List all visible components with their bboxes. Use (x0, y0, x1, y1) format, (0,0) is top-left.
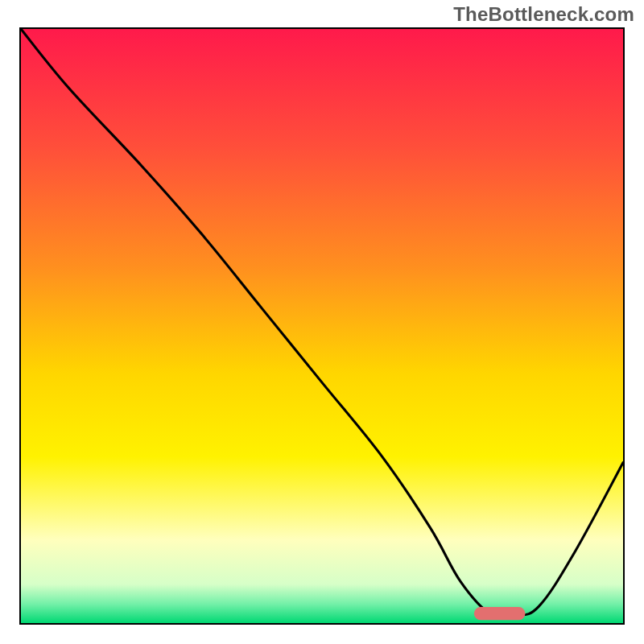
watermark-text: TheBottleneck.com (453, 3, 634, 26)
chart-stage: TheBottleneck.com (0, 0, 644, 644)
plot-frame (19, 27, 625, 625)
optimal-range-marker (474, 607, 526, 620)
marker-layer (21, 29, 623, 623)
